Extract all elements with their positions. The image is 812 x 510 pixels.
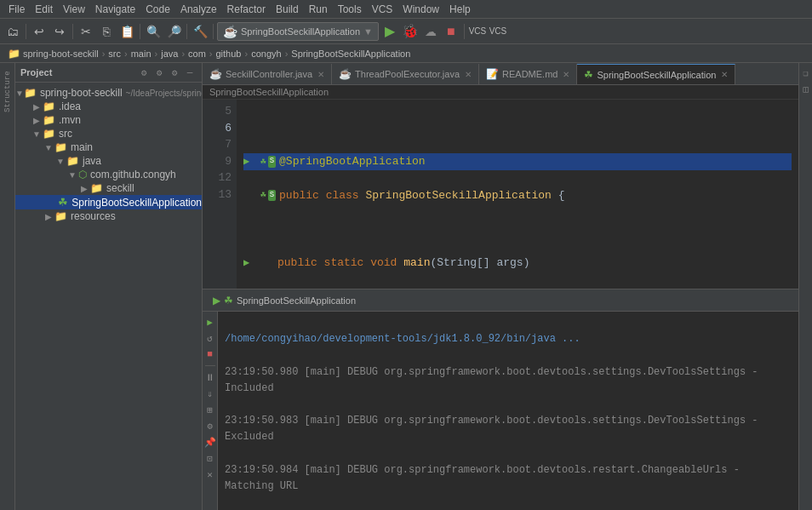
editor-tabs: ☕ SeckillController.java ✕ ☕ ThreadPoolE… xyxy=(203,63,798,85)
breadcrumb-github-label: github xyxy=(216,49,242,59)
breadcrumb-app[interactable]: SpringBootSeckillApplication xyxy=(289,49,413,59)
root-folder-icon: 📁 xyxy=(24,87,37,99)
tree-mvn[interactable]: ▶ 📁 .mvn xyxy=(15,113,202,127)
structure-strip-btn[interactable]: Structure xyxy=(1,66,14,117)
menu-build[interactable]: Build xyxy=(271,2,304,17)
menu-analyze[interactable]: Analyze xyxy=(175,2,222,17)
tab-close-1[interactable]: ✕ xyxy=(317,70,324,79)
project-gear-btn[interactable]: ⚙ xyxy=(168,66,181,79)
tab-close-2[interactable]: ✕ xyxy=(465,70,472,79)
toolbar-cut-btn[interactable]: ✂ xyxy=(77,22,95,41)
run-rerun-btn[interactable]: ↺ xyxy=(203,331,217,345)
line-num-5: 5 xyxy=(203,103,232,120)
toolbar-project-btn[interactable]: 🗂 xyxy=(3,22,22,41)
package-icon: ⬡ xyxy=(78,169,87,181)
params: (String[] args) xyxy=(430,255,529,272)
tree-java[interactable]: ▼ 📁 java xyxy=(15,154,202,168)
tree-app-file[interactable]: ☘ SpringBootSeckillApplication xyxy=(15,195,202,209)
toolbar-search-btn[interactable]: 🔎 xyxy=(164,22,183,41)
breadcrumb-src[interactable]: src xyxy=(106,49,123,59)
toolbar-find-btn[interactable]: 🔍 xyxy=(144,22,163,41)
right-btn-1[interactable]: ❏ xyxy=(799,66,813,80)
run-close-btn[interactable]: ✕ xyxy=(203,467,217,481)
project-close-btn[interactable]: — xyxy=(183,66,197,79)
breadcrumb-com-label: com xyxy=(188,49,206,59)
tree-package[interactable]: ▼ ⬡ com.github.congyh xyxy=(15,168,202,181)
right-btn-2[interactable]: ◫ xyxy=(799,83,813,96)
run-pause-btn[interactable]: ⏸ xyxy=(203,370,217,384)
run-pin-btn[interactable]: 📌 xyxy=(203,435,217,449)
project-settings-btn[interactable]: ⚙ xyxy=(152,66,166,79)
tree-src-arrow: ▼ xyxy=(31,129,43,139)
java-folder-icon: 📁 xyxy=(66,155,79,167)
project-panel-header: Project ⚙ ⚙ ⚙ — xyxy=(15,63,202,83)
run-stop-btn[interactable]: ■ xyxy=(203,347,217,361)
menu-run[interactable]: Run xyxy=(304,2,333,17)
toolbar-debug-btn[interactable]: 🐞 xyxy=(401,22,420,41)
breadcrumb-com[interactable]: com xyxy=(186,49,209,59)
src-folder-icon: 📁 xyxy=(43,128,55,140)
run-tab-label: SpringBootSeckillApplication xyxy=(237,295,356,306)
tree-root[interactable]: ▼ 📁 spring-boot-seckill ~/IdeaProjects/s… xyxy=(15,86,202,100)
breadcrumb: 📁 spring-boot-seckill › src › main › jav… xyxy=(0,44,812,63)
toolbar-stop-btn[interactable]: ■ xyxy=(442,22,460,41)
toolbar-run-btn[interactable]: ▶ xyxy=(380,22,399,41)
toolbar-build-btn[interactable]: 🔨 xyxy=(191,22,209,41)
run-settings-btn[interactable]: ⚙ xyxy=(203,419,217,433)
breadcrumb-sep-4: › xyxy=(181,49,185,59)
spring-file-icon: ☘ xyxy=(58,196,68,209)
toolbar: 🗂 ↩ ↪ ✂ ⎘ 📋 🔍 🔎 🔨 ☕ SpringBootSeckillApp… xyxy=(0,19,812,44)
menu-refactor[interactable]: Refactor xyxy=(222,2,271,17)
toolbar-vcs2-btn[interactable]: VCS xyxy=(489,22,507,41)
run-gutter-6[interactable]: ▶ xyxy=(243,154,260,169)
menu-navigate[interactable]: Navigate xyxy=(90,2,140,17)
run-content: ▶ ↺ ■ ⏸ ⇓ ⊞ ⚙ 📌 ⊡ ✕ /home/congyihao/deve… xyxy=(203,312,798,510)
toolbar-undo-btn[interactable]: ↩ xyxy=(30,22,49,41)
run-scroll-btn[interactable]: ⇓ xyxy=(203,387,217,400)
run-tab-app[interactable]: ▶ ☘ SpringBootSeckillApplication xyxy=(206,293,363,308)
run-export-btn[interactable]: ⊡ xyxy=(203,451,217,465)
breadcrumb-congyh[interactable]: congyh xyxy=(249,49,283,59)
tree-seckill[interactable]: ▶ 📁 seckill xyxy=(15,181,202,195)
breadcrumb-project[interactable]: 📁 spring-boot-seckill xyxy=(5,48,101,60)
tree-resources[interactable]: ▶ 📁 resources xyxy=(15,209,202,223)
java-icon-1: ☕ xyxy=(209,68,222,80)
tree-idea[interactable]: ▶ 📁 .idea xyxy=(15,100,202,113)
toolbar-sep-6 xyxy=(464,24,465,39)
tab-close-3[interactable]: ✕ xyxy=(563,70,569,79)
tab-readme[interactable]: 📝 README.md ✕ xyxy=(479,64,577,84)
tab-close-4[interactable]: ✕ xyxy=(721,70,728,79)
tab-seckill-controller[interactable]: ☕ SeckillController.java ✕ xyxy=(203,64,332,84)
run-filter-btn[interactable]: ⊞ xyxy=(203,403,217,416)
menu-edit[interactable]: Edit xyxy=(30,2,58,17)
menu-help[interactable]: Help xyxy=(444,2,476,17)
run-output[interactable]: /home/congyihao/development-tools/jdk1.8… xyxy=(218,312,798,510)
tree-src[interactable]: ▼ 📁 src xyxy=(15,127,202,140)
breadcrumb-sep-1: › xyxy=(102,49,106,59)
tree-root-arrow: ▼ xyxy=(15,89,24,98)
menu-view[interactable]: View xyxy=(58,2,90,17)
breadcrumb-github[interactable]: github xyxy=(214,49,244,59)
run-gutter-9[interactable]: ▶ xyxy=(243,255,260,271)
tab-app[interactable]: ☘ SpringBootSeckillApplication ✕ xyxy=(577,64,735,84)
breadcrumb-main[interactable]: main xyxy=(129,49,154,59)
tab-threadpool[interactable]: ☕ ThreadPoolExecutor.java ✕ xyxy=(332,64,479,84)
menu-window[interactable]: Window xyxy=(397,2,444,17)
toolbar-vcs-btn[interactable]: VCS xyxy=(468,22,487,41)
breadcrumb-java[interactable]: java xyxy=(158,49,180,59)
code-content[interactable]: ▶ ☘ S @SpringBootApplication ☘ S public … xyxy=(237,100,798,289)
toolbar-copy-btn[interactable]: ⎘ xyxy=(97,22,116,41)
run-play-btn[interactable]: ▶ xyxy=(203,315,217,329)
toolbar-redo-btn[interactable]: ↪ xyxy=(50,22,69,41)
menu-code[interactable]: Code xyxy=(140,2,175,17)
java-icon-2: ☕ xyxy=(339,68,352,80)
breadcrumb-app-label: SpringBootSeckillApplication xyxy=(291,49,410,59)
menu-tools[interactable]: Tools xyxy=(333,2,367,17)
menu-file[interactable]: File xyxy=(3,2,30,17)
menu-vcs[interactable]: VCS xyxy=(367,2,398,17)
toolbar-coverage-btn[interactable]: ☁ xyxy=(421,22,440,41)
run-config-selector[interactable]: ☕ SpringBootSeckillApplication ▼ xyxy=(217,22,379,41)
project-sync-btn[interactable]: ⚙ xyxy=(137,66,151,79)
toolbar-paste-btn[interactable]: 📋 xyxy=(117,22,136,41)
tree-main[interactable]: ▼ 📁 main xyxy=(15,140,202,154)
